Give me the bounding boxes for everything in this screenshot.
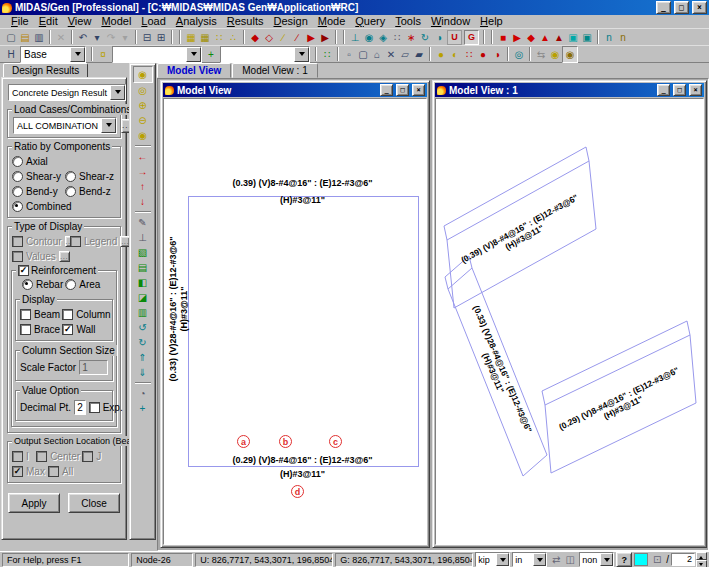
- new-project-icon[interactable]: ▢: [4, 30, 18, 45]
- top-view-icon[interactable]: ▤: [134, 260, 152, 275]
- select-polygon-icon[interactable]: ⌂: [370, 47, 384, 62]
- save-file-icon[interactable]: ▥: [32, 30, 46, 45]
- open-file-icon[interactable]: ▤: [18, 30, 32, 45]
- select-identity-icon[interactable]: ▫: [342, 47, 356, 62]
- query-node-icon[interactable]: ◉: [362, 30, 376, 45]
- select-volume-icon[interactable]: ▰: [412, 47, 426, 62]
- activate-identity-icon[interactable]: ∷: [462, 47, 476, 62]
- child1-maximize-button[interactable]: □: [396, 84, 409, 96]
- decimal-pt-input[interactable]: 2: [74, 400, 86, 415]
- apply-button[interactable]: Apply: [8, 493, 60, 513]
- active-previous-icon[interactable]: ◑: [490, 47, 504, 62]
- maximize-button[interactable]: □: [674, 1, 689, 14]
- fit-window-icon[interactable]: ⊡: [650, 552, 664, 567]
- menu-analysis[interactable]: Analysis: [171, 15, 222, 28]
- pan-left-icon[interactable]: ←: [134, 149, 152, 164]
- page-spinner[interactable]: 2: [671, 552, 707, 567]
- result-type-arrow-icon[interactable]: [110, 85, 125, 100]
- load-combination-combobox[interactable]: ALL COMBINATION: [13, 117, 117, 134]
- render-view-icon[interactable]: ▲: [538, 30, 552, 45]
- child2-minimize-button[interactable]: _: [657, 84, 670, 96]
- menu-query[interactable]: Query: [350, 15, 390, 28]
- select-plane-icon[interactable]: ▱: [398, 47, 412, 62]
- radio-area[interactable]: [65, 279, 76, 290]
- node-snap-icon[interactable]: ◆: [248, 30, 262, 45]
- left-view-icon[interactable]: ◧: [134, 275, 152, 290]
- checkbox-brace[interactable]: [20, 324, 31, 335]
- remove-hidden-line-icon[interactable]: ⊥: [134, 230, 152, 245]
- element-detail-icon[interactable]: ∗: [404, 30, 418, 45]
- menu-load[interactable]: Load: [136, 15, 170, 28]
- menu-file[interactable]: File: [6, 15, 34, 28]
- checkbox-exp[interactable]: [89, 402, 100, 413]
- ucs-combobox[interactable]: [220, 46, 310, 63]
- unit-force-arrow-icon[interactable]: [496, 553, 509, 566]
- close-panel-button[interactable]: Close: [68, 493, 120, 513]
- rotate-dynamic-icon[interactable]: ↻: [418, 30, 432, 45]
- checkbox-reinforcement[interactable]: [18, 265, 29, 276]
- element-snap-icon[interactable]: ◇: [262, 30, 276, 45]
- node-detail-icon[interactable]: ∷: [390, 30, 404, 45]
- point-grid-icon[interactable]: ∷: [212, 30, 226, 45]
- model-view-title-bar[interactable]: Model View _ □ ×: [163, 83, 427, 97]
- child2-maximize-button[interactable]: □: [673, 84, 686, 96]
- query-element-icon[interactable]: ◈: [376, 30, 390, 45]
- checkbox-beam[interactable]: [20, 309, 31, 320]
- zoom-dynamic-icon[interactable]: ◔: [134, 386, 152, 401]
- menu-model[interactable]: Model: [96, 15, 136, 28]
- inactivate-icon[interactable]: ◐: [448, 47, 462, 62]
- redraw-icon[interactable]: ⇆: [534, 47, 548, 62]
- element-number-icon[interactable]: n: [616, 30, 630, 45]
- right-view-icon[interactable]: ◪: [134, 290, 152, 305]
- checkbox-column[interactable]: [62, 309, 73, 320]
- load-combination-arrow-icon[interactable]: [101, 118, 116, 133]
- undo-list-icon[interactable]: ▾: [90, 30, 104, 45]
- tab-model-view-1[interactable]: Model View : 1: [232, 63, 317, 78]
- pan-down-icon[interactable]: ↓: [134, 194, 152, 209]
- model-view-1-canvas[interactable]: (0.39) (V)8-#4@16" : (E)12-#3@6" (H)#3@1…: [435, 98, 704, 545]
- ucs-toggle-icon[interactable]: U: [447, 30, 462, 45]
- render-mode-icon[interactable]: ✎: [134, 215, 152, 230]
- gcs-toggle-icon[interactable]: G: [464, 30, 479, 45]
- model-view-1-title-bar[interactable]: Model View : 1 _ □ ×: [435, 83, 704, 97]
- model-view-canvas[interactable]: (0.39) (V)8-#4@16" : (E)12-#3@6" (H)#3@1…: [163, 98, 427, 545]
- rotate-up-icon[interactable]: ⇑: [134, 350, 152, 365]
- unit-length-arrow-icon[interactable]: [533, 553, 546, 566]
- spinner-up-icon[interactable]: [696, 552, 707, 560]
- rotate-down-icon[interactable]: ⇓: [134, 365, 152, 380]
- create-node-icon[interactable]: ∕: [276, 30, 290, 45]
- print-icon[interactable]: ⊟: [140, 30, 154, 45]
- named-plane-combobox-arrow-icon[interactable]: [186, 47, 201, 62]
- menu-results[interactable]: Results: [222, 15, 269, 28]
- shrink-view-icon[interactable]: ▶: [510, 30, 524, 45]
- menu-design[interactable]: Design: [269, 15, 313, 28]
- radio-axial[interactable]: [12, 156, 23, 167]
- hidden-view-icon[interactable]: ■: [496, 30, 510, 45]
- render-option-icon[interactable]: ▲: [552, 30, 566, 45]
- radio-bend-z[interactable]: [65, 186, 76, 197]
- view-dynamic-icon[interactable]: ◑: [432, 30, 446, 45]
- story-selector-icon[interactable]: H: [4, 47, 18, 62]
- group-filter-icon[interactable]: ∷: [320, 47, 334, 62]
- close-button[interactable]: ×: [692, 1, 707, 14]
- point-grid-snap-icon[interactable]: ∴: [226, 30, 240, 45]
- child2-close-button[interactable]: ×: [689, 84, 702, 96]
- iso-view-icon[interactable]: ▧: [134, 245, 152, 260]
- node-number-icon[interactable]: n: [602, 30, 616, 45]
- inactivate-all-icon[interactable]: ●: [476, 47, 490, 62]
- menu-window[interactable]: Window: [426, 15, 475, 28]
- grid-snap-icon[interactable]: ▦: [198, 30, 212, 45]
- pan-dynamic-icon[interactable]: +: [134, 401, 152, 416]
- radio-shear-z[interactable]: [65, 171, 76, 182]
- story-combobox-arrow-icon[interactable]: [70, 47, 85, 62]
- ucs-combobox-arrow-icon[interactable]: [294, 47, 309, 62]
- zoom-window-icon[interactable]: ◎: [134, 83, 152, 98]
- page-spinner-value[interactable]: 2: [671, 553, 695, 566]
- checkbox-wall[interactable]: [62, 324, 73, 335]
- radio-rebar[interactable]: [22, 279, 33, 290]
- support-icon[interactable]: ⊥: [348, 30, 362, 45]
- tab-model-view[interactable]: Model View: [157, 63, 231, 78]
- display-detail-option-icon[interactable]: ▣: [580, 30, 594, 45]
- create-element-icon[interactable]: ∕: [290, 30, 304, 45]
- zoom-fit-icon[interactable]: ◉: [133, 66, 153, 83]
